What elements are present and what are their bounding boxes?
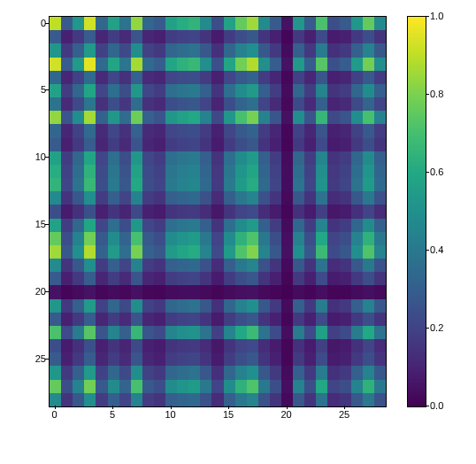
tick-label: 10: [165, 409, 175, 420]
tick-mark: [45, 224, 49, 225]
tick-label: 20: [280, 409, 291, 420]
tick-label: 0.2: [430, 322, 443, 333]
tick-mark: [45, 157, 49, 158]
colorbar-canvas: [408, 17, 426, 406]
heatmap-canvas: [50, 17, 386, 406]
tick-label: 5: [110, 409, 115, 420]
tick-label: 0: [11, 18, 46, 28]
tick-label: 0.0: [430, 400, 443, 411]
tick-mark: [45, 89, 49, 90]
tick-label: 1.0: [430, 11, 443, 21]
tick-mark: [426, 172, 429, 173]
tick-mark: [228, 406, 229, 409]
tick-label: 5: [11, 84, 46, 95]
tick-mark: [45, 359, 49, 360]
heatmap-plot: [49, 16, 387, 407]
tick-label: 0.6: [430, 166, 443, 177]
tick-mark: [45, 291, 49, 292]
tick-label: 15: [11, 219, 46, 229]
chart-container: 051015202505101520250.00.20.40.60.81.0: [0, 0, 476, 464]
tick-mark: [287, 406, 288, 409]
tick-label: 0: [51, 409, 57, 420]
tick-mark: [426, 250, 429, 251]
tick-mark: [426, 328, 429, 329]
tick-label: 0.4: [430, 244, 443, 255]
tick-label: 0.8: [430, 89, 443, 99]
tick-mark: [344, 406, 345, 409]
tick-label: 15: [223, 409, 234, 420]
tick-mark: [55, 406, 56, 409]
tick-label: 20: [11, 286, 46, 297]
colorbar: [407, 16, 426, 407]
tick-mark: [426, 94, 429, 95]
tick-mark: [171, 406, 172, 409]
tick-mark: [45, 23, 49, 24]
tick-label: 25: [11, 353, 46, 364]
tick-label: 10: [11, 151, 46, 162]
tick-mark: [426, 406, 429, 406]
tick-mark: [426, 16, 429, 17]
tick-label: 25: [339, 409, 349, 420]
tick-mark: [112, 406, 113, 409]
